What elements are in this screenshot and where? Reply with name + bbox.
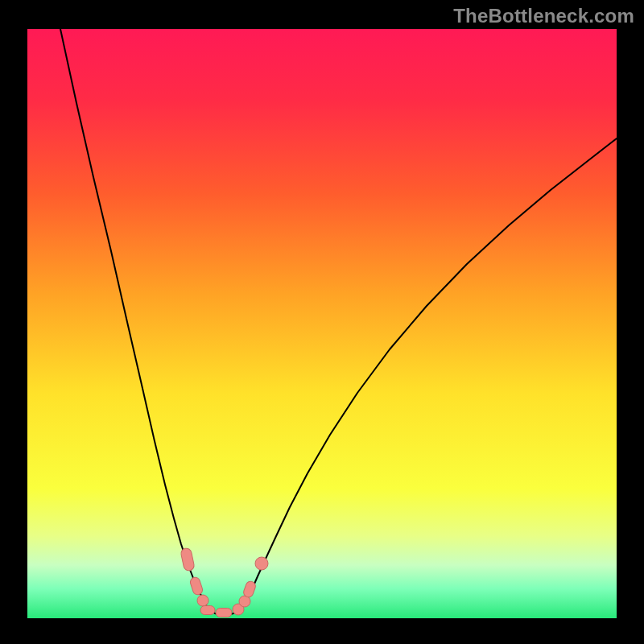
watermark-text: TheBottleneck.com: [453, 5, 634, 27]
marker-capsule: [200, 606, 215, 615]
marker-capsule: [216, 609, 232, 617]
marker-dot: [197, 595, 208, 606]
bottleneck-chart: [0, 0, 644, 644]
plot-background: [27, 29, 617, 618]
chart-frame: { "watermark": "TheBottleneck.com", "cha…: [0, 0, 644, 644]
marker-dot: [255, 557, 268, 570]
